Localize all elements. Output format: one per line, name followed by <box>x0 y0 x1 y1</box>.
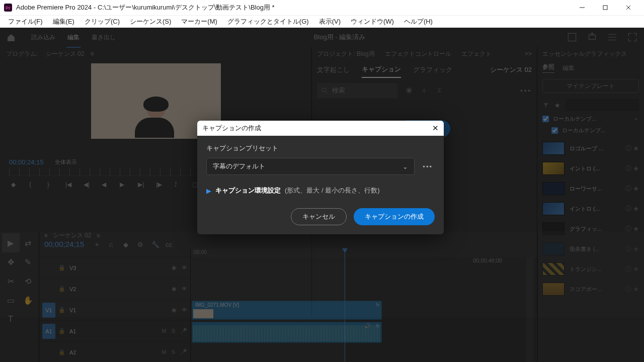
menu-edit[interactable]: 編集(E) <box>48 16 79 27</box>
essential-graphics-panel: エッセンシャルグラフィックス 参照 編集 マイテンプレート ★ ローカルテンプ.… <box>537 47 644 317</box>
voice-icon[interactable]: 🎤 <box>180 328 187 334</box>
mark-in-icon[interactable]: { <box>29 181 36 188</box>
menu-view[interactable]: 表示(V) <box>314 16 346 27</box>
lock-icon[interactable]: 🔒 <box>58 328 66 334</box>
program-tab-label: プログラム: <box>6 50 38 58</box>
list-item[interactable]: 箇条書き (...ⓘ ★ <box>540 239 641 259</box>
subtab-graphic[interactable]: グラフィック <box>413 62 452 77</box>
subtab-transcribe[interactable]: 文字起こし <box>317 62 350 77</box>
home-icon[interactable] <box>6 32 16 42</box>
eg-search[interactable] <box>566 99 639 111</box>
cancel-button[interactable]: キャンセル <box>291 208 347 225</box>
merge-caption-icon[interactable] <box>436 87 443 94</box>
subtab-caption[interactable]: キャプション <box>362 62 401 78</box>
caption-menu-icon[interactable]: ••• <box>520 87 532 95</box>
file-path: C:\ユーザー\kurumikurumi\デスクトップ\動画テスト\Blog用 … <box>98 4 275 11</box>
fx-badge: fx <box>376 323 379 328</box>
eg-add-folder-icon[interactable]: ＋ <box>633 115 639 123</box>
eg-local-check-2[interactable] <box>551 127 558 134</box>
tab-effects[interactable]: エフェクト <box>461 50 492 58</box>
eg-local-check-1[interactable] <box>542 116 549 122</box>
eg-browse-tab[interactable]: 参照 <box>542 63 554 73</box>
list-item[interactable]: イントロ (...ⓘ ★ <box>540 199 641 219</box>
list-item[interactable]: ローワーサ...ⓘ ★ <box>540 178 641 199</box>
menu-bar: ファイル(F) 編集(E) クリップ(C) シーケンス(S) マーカー(M) グ… <box>0 15 644 28</box>
eg-edit-tab[interactable]: 編集 <box>562 64 575 72</box>
svg-point-4 <box>322 88 326 92</box>
search-icon <box>321 87 328 94</box>
ws-edit[interactable]: 編集 <box>61 31 86 44</box>
caption-sequence-label: シーケンス 02 <box>490 62 532 77</box>
menu-sequence[interactable]: シーケンス(S) <box>125 16 176 27</box>
quick-export-icon[interactable] <box>567 32 578 43</box>
go-out-icon[interactable]: |▶ <box>156 181 163 188</box>
create-caption-button[interactable]: キャプションの作成 <box>354 208 435 225</box>
list-item[interactable]: スコアボー...ⓘ ★ <box>540 279 641 299</box>
tab-effect-controls[interactable]: エフェクトコントロール <box>385 50 451 58</box>
fullscreen-icon[interactable] <box>627 32 638 43</box>
svg-point-5 <box>406 87 412 94</box>
audio-clip[interactable]: 🔊fx <box>192 322 382 343</box>
svg-rect-2 <box>603 6 607 10</box>
window-maximize[interactable] <box>594 0 617 15</box>
menu-clip[interactable]: クリップ(C) <box>79 16 125 27</box>
preset-label: キャプションプリセット <box>206 144 435 153</box>
menu-graphics[interactable]: グラフィックとタイトル(G) <box>222 16 314 27</box>
svg-rect-3 <box>568 33 576 41</box>
chevron-right-icon: ▶ <box>206 187 211 195</box>
app-name: Adobe Premiere Pro 2024 <box>16 4 92 11</box>
solo-icon[interactable]: S <box>172 349 175 355</box>
caption-search-placeholder: 検索 <box>332 86 345 95</box>
menu-help[interactable]: ヘルプ(H) <box>399 16 438 27</box>
list-item[interactable]: グラフィッ...ⓘ ★ <box>540 219 641 239</box>
solo-icon[interactable]: S <box>172 328 175 334</box>
play-icon[interactable]: ▶ <box>120 181 127 188</box>
source-a1[interactable]: A1 <box>42 324 55 339</box>
split-caption-icon[interactable] <box>421 87 428 94</box>
tab-project[interactable]: プロジェクト: Blog用 <box>317 50 375 58</box>
voice-icon[interactable]: 🎤 <box>180 349 187 355</box>
svg-text:Pr: Pr <box>6 6 11 11</box>
preset-value: 字幕のデフォルト <box>213 162 265 171</box>
mark-out-icon[interactable]: } <box>47 181 54 188</box>
ws-export[interactable]: 書き出し <box>86 31 122 44</box>
workspace-menu-icon[interactable] <box>607 32 618 43</box>
app-icon: Pr <box>4 4 12 12</box>
list-item[interactable]: トランジシ...ⓘ ★ <box>540 259 641 279</box>
filter-icon[interactable] <box>542 102 549 109</box>
add-caption-icon[interactable] <box>406 87 413 94</box>
menu-marker[interactable]: マーカー(M) <box>176 16 222 27</box>
lift-icon[interactable]: ⤴ <box>174 181 181 188</box>
add-marker-icon[interactable]: ◆ <box>11 181 18 188</box>
lock-icon[interactable]: 🔒 <box>58 349 66 355</box>
mute-icon[interactable]: M <box>162 328 166 334</box>
program-timecode[interactable]: 00;00;24;15 <box>9 158 44 166</box>
close-icon[interactable]: ✕ <box>432 124 439 133</box>
zoom-fit[interactable]: 全体表示 <box>55 158 77 166</box>
window-minimize[interactable] <box>571 0 594 15</box>
eg-template-list: ロゴルーブ ...ⓘ ★ イントロ (...ⓘ ★ ローワーサ...ⓘ ★ イン… <box>537 136 644 317</box>
caption-preset-dropdown[interactable]: 字幕のデフォルト ⌄ <box>206 158 415 175</box>
favorite-icon[interactable]: ★ <box>554 102 560 109</box>
chevron-down-icon: ⌄ <box>403 163 408 170</box>
list-item[interactable]: ロゴルーブ ...ⓘ ★ <box>540 138 641 158</box>
mute-icon[interactable]: M <box>162 349 166 355</box>
step-back-icon[interactable]: ◀| <box>84 181 91 188</box>
eg-mytemplates[interactable]: マイテンプレート <box>542 79 639 93</box>
step-fwd-icon[interactable]: ▶| <box>138 181 145 188</box>
list-item[interactable]: イントロ (...ⓘ ★ <box>540 158 641 178</box>
window-close[interactable] <box>617 0 640 15</box>
menu-window[interactable]: ウィンドウ(W) <box>346 16 399 27</box>
caption-search[interactable]: 検索 <box>317 83 397 98</box>
go-in-icon[interactable]: |◀ <box>65 181 72 188</box>
dialog-title: キャプションの作成 <box>202 124 261 133</box>
tabs-overflow[interactable]: >> <box>525 50 532 57</box>
share-icon[interactable] <box>587 32 598 43</box>
window-titlebar: Pr Adobe Premiere Pro 2024 - C:\ユーザー\kur… <box>0 0 644 15</box>
preset-options-icon[interactable]: ••• <box>421 163 435 170</box>
document-name: Blog用 - 編集済み <box>122 33 557 42</box>
ws-import[interactable]: 読み込み <box>25 31 61 44</box>
play-back-icon[interactable]: ◀ <box>102 181 109 188</box>
menu-file[interactable]: ファイル(F) <box>3 16 48 27</box>
caption-env-disclosure[interactable]: ▶ キャプション環境設定 (形式、最大 / 最小の長さ、行数) <box>206 186 435 195</box>
